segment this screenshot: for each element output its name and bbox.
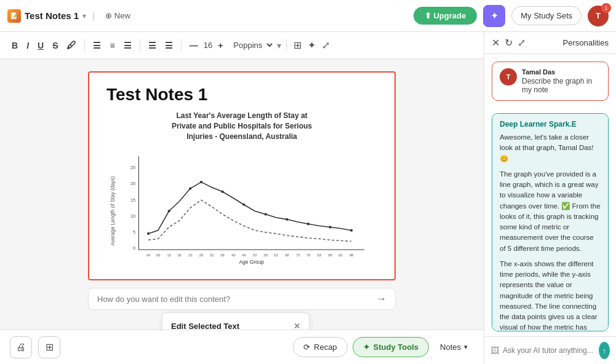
bottom-right: ⟳ Recap ✦ Study Tools Notes ▾ [293, 337, 474, 357]
toolbar-sep-2 [140, 39, 140, 52]
ai-msg-p2: The graph you've provided is a line grap… [500, 169, 601, 254]
highlight-button[interactable]: 🖊 [63, 38, 79, 53]
topbar: 📝 Test Notes 1 ▾ | ⊕ New ⬆ Upgrade ✦ My … [0, 0, 616, 32]
new-button[interactable]: ⊕ New [101, 9, 135, 22]
formatting-toolbar: B I U S 🖊 ☰ ≡ ☰ ☰ ☰ — 16 + Poppins ▾ ⊞ ✦… [0, 32, 484, 59]
edit-arrow-icon[interactable]: → [377, 293, 386, 304]
font-minus-button[interactable]: — [186, 39, 201, 52]
chart-svg: Average Length of Stay (days) 0 5 10 15 … [106, 146, 377, 269]
font-size-display: 16 [204, 41, 212, 50]
italic-button[interactable]: I [23, 39, 32, 52]
app-logo: 📝 [7, 9, 21, 23]
svg-text:43: 43 [231, 253, 235, 257]
title-chevron-icon[interactable]: ▾ [82, 12, 86, 20]
svg-point-34 [221, 191, 223, 193]
toolbar-sep-1 [84, 39, 85, 52]
user-msg-content: Tamal Das Describe the graph in my note [522, 68, 601, 94]
ai-message-text: Awesome, let's take a closer look at tha… [500, 132, 601, 331]
bold-button[interactable]: B [9, 39, 21, 52]
strikethrough-button[interactable]: S [49, 39, 61, 52]
svg-point-32 [189, 188, 191, 190]
table-icon[interactable]: ⊞ [292, 38, 303, 53]
svg-point-37 [286, 218, 288, 221]
document-title: Test Notes 1 [106, 85, 377, 105]
avatar-badge: 1 [601, 3, 611, 13]
upgrade-button[interactable]: ⬆ Upgrade [414, 7, 477, 25]
font-select[interactable]: Poppins [228, 39, 274, 52]
chat-send-button[interactable]: ↑ [599, 342, 610, 359]
panel-expand-button[interactable]: ⤢ [518, 37, 526, 49]
font-plus-button[interactable]: + [215, 39, 226, 52]
recap-button[interactable]: ⟳ Recap [293, 337, 348, 357]
document: Test Notes 1 Last Year's Average Length … [88, 71, 396, 280]
study-tools-button[interactable]: ✦ Study Tools [353, 337, 429, 357]
ai-msg-p1: Awesome, let's take a closer look at tha… [500, 132, 601, 164]
avatar-wrap: T 1 [588, 6, 609, 26]
svg-text:10: 10 [130, 213, 135, 219]
qr-button[interactable]: ⊞ [38, 336, 60, 358]
align-right-button[interactable]: ☰ [121, 39, 135, 52]
edit-menu-close[interactable]: ✕ [294, 322, 300, 330]
list-ordered-button[interactable]: ☰ [145, 39, 159, 52]
editor-area: B I U S 🖊 ☰ ≡ ☰ ☰ ☰ — 16 + Poppins ▾ ⊞ ✦… [0, 32, 484, 364]
font-dropdown-icon[interactable]: ▾ [277, 41, 281, 50]
panel-refresh-button[interactable]: ↻ [505, 37, 513, 49]
chat-input-row: 🖼 ↑ [484, 336, 616, 364]
svg-text:Average Length of Stay (days): Average Length of Stay (days) [110, 176, 116, 246]
bottom-left: 🖨 ⊞ [10, 336, 60, 358]
edit-bar: → Edit Selected Text ✕ 🎤 Change Tone › ✏… [88, 288, 396, 330]
bottom-bar: 🖨 ⊞ ⟳ Recap ✦ Study Tools Notes ▾ [0, 330, 484, 364]
chart-title: Last Year's Average Length of Stay atPri… [106, 111, 377, 141]
svg-text:53: 53 [253, 253, 257, 257]
study-sets-button[interactable]: My Study Sets [511, 6, 582, 25]
align-center-button[interactable]: ≡ [106, 39, 118, 52]
svg-text:13: 13 [167, 253, 170, 257]
divider: | [92, 10, 95, 22]
svg-point-40 [350, 229, 353, 232]
list-unordered-button[interactable]: ☰ [162, 39, 176, 52]
svg-point-38 [307, 223, 310, 225]
panel-actions: ✕ ↻ ⤢ [492, 37, 526, 49]
ai-name: Deep Learner Spark.E [500, 120, 601, 129]
svg-text:08: 08 [156, 253, 160, 257]
print-button[interactable]: 🖨 [10, 336, 32, 358]
svg-text:28: 28 [199, 253, 203, 257]
edit-menu-title: Edit Selected Text [171, 322, 239, 330]
user-avatar: T [500, 68, 517, 85]
svg-point-30 [147, 232, 150, 235]
svg-text:58: 58 [264, 253, 268, 257]
ai-message: Deep Learner Spark.E Awesome, let's take… [492, 113, 609, 331]
svg-text:04: 04 [146, 253, 151, 257]
svg-text:63: 63 [274, 253, 278, 257]
ai-icon-button[interactable]: ✦ [483, 5, 505, 27]
edit-menu-header: Edit Selected Text ✕ [162, 318, 309, 330]
code-icon[interactable]: ✦ [306, 38, 318, 53]
svg-text:33: 33 [210, 253, 214, 257]
study-tools-label: Study Tools [374, 342, 418, 352]
toolbar-sep-4 [286, 39, 287, 52]
notes-chevron-icon: ▾ [464, 343, 468, 351]
underline-button[interactable]: U [34, 39, 47, 52]
panel-close-button[interactable]: ✕ [492, 37, 500, 49]
svg-text:93: 93 [338, 253, 342, 257]
svg-text:0: 0 [133, 245, 135, 251]
main-layout: B I U S 🖊 ☰ ≡ ☰ ☰ ☰ — 16 + Poppins ▾ ⊞ ✦… [0, 32, 616, 364]
svg-text:88: 88 [328, 253, 332, 257]
fullscreen-icon[interactable]: ⤢ [320, 38, 332, 53]
edit-input[interactable] [97, 295, 372, 304]
svg-point-35 [242, 204, 245, 206]
ai-msg-p3: The x-axis shows the different time peri… [500, 259, 601, 331]
recap-label: Recap [314, 342, 337, 352]
svg-text:25: 25 [130, 165, 135, 171]
svg-text:5: 5 [133, 229, 135, 235]
panel-personalities-label[interactable]: Personalities [563, 38, 609, 47]
svg-text:20: 20 [130, 181, 135, 187]
svg-text:98: 98 [350, 253, 353, 257]
panel-topbar: ✕ ↻ ⤢ Personalities [484, 32, 616, 54]
svg-text:15: 15 [130, 197, 135, 203]
svg-text:83: 83 [318, 253, 321, 257]
svg-text:Age Group: Age Group [239, 259, 264, 266]
align-left-button[interactable]: ☰ [90, 39, 104, 52]
chat-input[interactable] [503, 346, 595, 355]
notes-button[interactable]: Notes ▾ [434, 338, 474, 357]
